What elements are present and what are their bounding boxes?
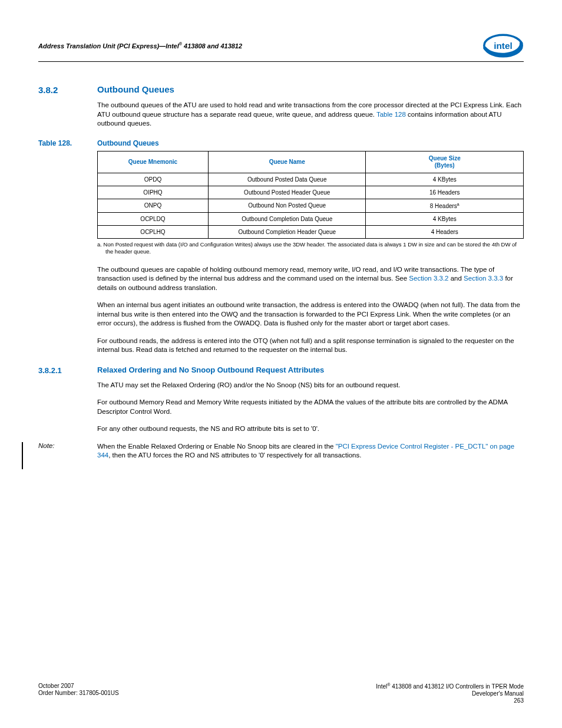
table-caption: Table 128. Outbound Queues bbox=[38, 139, 524, 147]
section-heading-3821: 3.8.2.1 Relaxed Ordering and No Snoop Ou… bbox=[38, 365, 524, 375]
table-row: OIPHQOutbound Posted Header Queue16 Head… bbox=[98, 186, 524, 199]
cell-size: 4 Headers bbox=[366, 225, 524, 238]
cell-size: 16 Headers bbox=[366, 186, 524, 199]
outbound-queues-table: Queue Mnemonic Queue Name Queue Size(Byt… bbox=[97, 151, 524, 239]
change-bar bbox=[22, 442, 23, 469]
intel-logo: intel bbox=[482, 32, 524, 59]
section-title: Outbound Queues bbox=[97, 84, 174, 95]
cell-mnemonic: OCPLHQ bbox=[98, 225, 209, 238]
note-block: Note: When the Enable Relaxed Ordering o… bbox=[38, 442, 524, 460]
cell-size: 8 Headersa bbox=[366, 199, 524, 212]
cell-size: 4 KBytes bbox=[366, 173, 524, 186]
cell-mnemonic: OIPHQ bbox=[98, 186, 209, 199]
cell-name: Outbound Non Posted Queue bbox=[208, 199, 366, 212]
table-footnote: a. Non Posted request with data (I/O and… bbox=[97, 241, 524, 256]
page-header: Address Translation Unit (PCI Express)—I… bbox=[38, 32, 524, 62]
table-row: ONPQOutbound Non Posted Queue8 Headersa bbox=[98, 199, 524, 212]
note-body: When the Enable Relaxed Ordering or Enab… bbox=[97, 442, 524, 460]
table-caption-number: Table 128. bbox=[38, 139, 97, 147]
cross-reference-link[interactable]: Section 3.3.2 bbox=[409, 275, 448, 282]
section-number: 3.8.2 bbox=[38, 84, 97, 95]
paragraph: The outbound queues of the ATU are used … bbox=[97, 101, 524, 129]
table-header-row: Queue Mnemonic Queue Name Queue Size(Byt… bbox=[98, 151, 524, 173]
paragraph: For any other outbound requests, the NS … bbox=[97, 424, 524, 434]
cell-mnemonic: ONPQ bbox=[98, 199, 209, 212]
paragraph: For outbound reads, the address is enter… bbox=[97, 337, 524, 355]
cell-name: Outbound Completion Data Queue bbox=[208, 212, 366, 225]
cell-name: Outbound Posted Header Queue bbox=[208, 186, 366, 199]
footer-right: Intel® 413808 and 413812 I/O Controllers… bbox=[376, 683, 524, 704]
table-caption-title: Outbound Queues bbox=[97, 139, 159, 147]
cross-reference-link[interactable]: Section 3.3.3 bbox=[464, 275, 503, 282]
page-footer: October 2007 Order Number: 317805-001US … bbox=[38, 683, 524, 704]
paragraph: The ATU may set the Relaxed Ordering (RO… bbox=[97, 381, 524, 390]
column-header: Queue Name bbox=[208, 151, 366, 173]
cell-size: 4 KBytes bbox=[366, 212, 524, 225]
paragraph: The outbound queues are capable of holdi… bbox=[97, 265, 524, 293]
section-heading-382: 3.8.2 Outbound Queues bbox=[38, 84, 524, 95]
table-row: OCPLHQOutbound Completion Header Queue4 … bbox=[98, 225, 524, 238]
paragraph: When an internal bus agent initiates an … bbox=[97, 301, 524, 328]
footer-left: October 2007 Order Number: 317805-001US bbox=[38, 683, 119, 704]
column-header: Queue Mnemonic bbox=[98, 151, 209, 173]
cell-name: Outbound Posted Data Queue bbox=[208, 173, 366, 186]
section-title: Relaxed Ordering and No Snoop Outbound R… bbox=[97, 365, 324, 375]
paragraph: For outbound Memory Read and Memory Writ… bbox=[97, 398, 524, 416]
cell-name: Outbound Completion Header Queue bbox=[208, 225, 366, 238]
section-number: 3.8.2.1 bbox=[38, 365, 97, 375]
cross-reference-link[interactable]: Table 128 bbox=[376, 111, 406, 118]
note-label: Note: bbox=[38, 442, 94, 460]
table-row: OPDQOutbound Posted Data Queue4 KBytes bbox=[98, 173, 524, 186]
table-row: OCPLDQOutbound Completion Data Queue4 KB… bbox=[98, 212, 524, 225]
cell-mnemonic: OCPLDQ bbox=[98, 212, 209, 225]
header-breadcrumb: Address Translation Unit (PCI Express)—I… bbox=[38, 42, 242, 50]
cell-mnemonic: OPDQ bbox=[98, 173, 209, 186]
column-header: Queue Size(Bytes) bbox=[366, 151, 524, 173]
svg-text:intel: intel bbox=[494, 41, 513, 51]
